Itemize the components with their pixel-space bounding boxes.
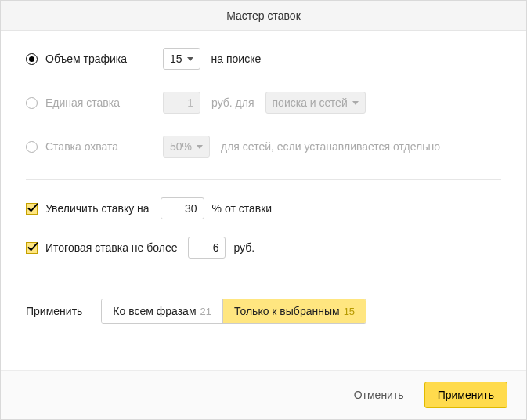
separator [26,179,501,180]
dialog-footer: Отменить Применить [1,370,526,419]
increase-label: Увеличить ставку на [45,202,150,215]
option-traffic-row: Объем трафика 15 на поиске [26,48,501,70]
maxbid-checkbox[interactable] [26,242,38,254]
apply-all-option[interactable]: Ко всем фразам 21 [102,299,222,323]
option-reach-after: для сетей, если устанавливается отдельно [221,140,440,153]
cancel-button[interactable]: Отменить [349,382,409,407]
apply-all-count: 21 [200,306,211,317]
single-scope-value: поиска и сетей [273,96,348,109]
option-traffic-after: на поиске [211,52,262,65]
option-single-radio[interactable] [26,97,38,109]
single-scope-select[interactable]: поиска и сетей [265,92,366,114]
apply-scope-label: Применить [26,305,82,317]
option-single-after: руб. для [211,96,254,109]
increase-row: Увеличить ставку на % от ставки [26,197,501,219]
option-reach-radio[interactable] [26,141,38,153]
maxbid-label: Итоговая ставка не более [45,241,177,254]
apply-all-label: Ко всем фразам [113,305,196,317]
increase-percent-input[interactable] [161,197,204,219]
check-icon [27,241,38,253]
reach-percent-select[interactable]: 50% [163,136,210,158]
dialog-body: Объем трафика 15 на поиске Единая ставка… [1,31,526,370]
chevron-down-icon [187,57,193,61]
option-traffic-radio[interactable] [26,53,38,65]
increase-after: % от ставки [212,202,273,215]
traffic-volume-value: 15 [170,52,182,65]
chevron-down-icon [352,101,359,105]
reach-percent-value: 50% [170,140,192,153]
increase-checkbox[interactable] [26,203,38,215]
apply-selected-count: 15 [344,306,355,317]
dialog-title: Мастер ставок [1,1,526,31]
apply-selected-label: Только к выбранным [234,305,340,317]
check-icon [27,202,38,214]
maxbid-input[interactable] [188,237,226,259]
traffic-volume-select[interactable]: 15 [163,48,200,70]
apply-button[interactable]: Применить [424,382,507,408]
separator [26,281,501,281]
apply-scope-segmented: Ко всем фразам 21 Только к выбранным 15 [101,299,366,324]
option-single-row: Единая ставка руб. для поиска и сетей [26,92,501,114]
chevron-down-icon [197,145,203,149]
single-bid-input[interactable] [163,92,200,114]
option-traffic-label: Объем трафика [45,52,163,65]
apply-scope-row: Применить Ко всем фразам 21 Только к выб… [26,299,501,324]
option-reach-label: Ставка охвата [45,140,163,153]
maxbid-row: Итоговая ставка не более руб. [26,237,501,259]
option-single-label: Единая ставка [45,96,163,109]
bid-wizard-dialog: Мастер ставок Объем трафика 15 на поиске… [0,0,527,420]
maxbid-after: руб. [233,241,254,254]
option-reach-row: Ставка охвата 50% для сетей, если устана… [26,136,501,158]
apply-selected-option[interactable]: Только к выбранным 15 [222,299,366,323]
